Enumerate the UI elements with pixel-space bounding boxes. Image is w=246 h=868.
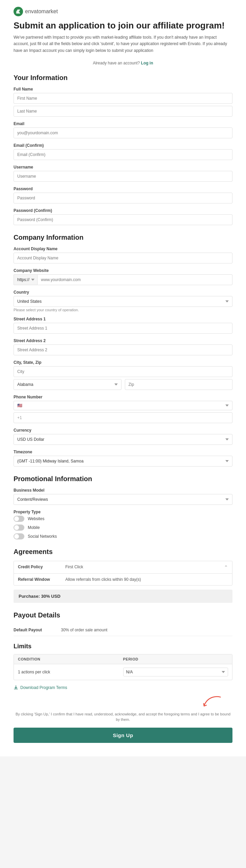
- company-website-group: Company Website https:// http://: [14, 268, 232, 285]
- timezone-select[interactable]: (GMT -11:00) Midway Island, Samoa (GMT -…: [14, 456, 232, 467]
- limits-table: CONDITION PERIOD 1 actions per click N/A…: [14, 654, 232, 680]
- websites-toggle[interactable]: [14, 516, 24, 522]
- agreements-title: Agreements: [14, 548, 232, 556]
- city-state-zip-label: City, State, Zip: [14, 360, 232, 365]
- country-label: Country: [14, 290, 232, 295]
- property-type-toggles: Websites Mobile Social Networks: [14, 516, 232, 539]
- phone-country-select[interactable]: 🇺🇸 🇬🇧 🇦🇺: [14, 401, 232, 410]
- email-input[interactable]: [14, 127, 232, 138]
- street1-input[interactable]: [14, 323, 232, 334]
- company-website-input[interactable]: [37, 274, 232, 285]
- street2-label: Street Address 2: [14, 338, 232, 343]
- first-name-input[interactable]: [14, 93, 232, 104]
- mobile-toggle[interactable]: [14, 525, 24, 531]
- url-prefix-group: https:// http://: [14, 274, 232, 285]
- page-title: Submit an application to join our affili…: [14, 20, 232, 31]
- country-hint: Please select your country of operation.: [14, 308, 232, 312]
- payout-row-default: Default Payout 30% of order sale amount: [14, 624, 232, 636]
- mobile-label: Mobile: [28, 525, 40, 530]
- payout-details-title: Payout Details: [14, 611, 232, 619]
- email-confirm-input[interactable]: [14, 149, 232, 160]
- state-zip-row: Alabama Alaska Arizona California Colora…: [14, 379, 232, 390]
- period-select[interactable]: N/A Per Day Per Week Per Month: [123, 668, 228, 676]
- toggle-item-social-networks: Social Networks: [14, 533, 232, 539]
- default-payout-value: 30% of order sale amount: [61, 628, 232, 632]
- email-confirm-group: Email (Confirm): [14, 143, 232, 160]
- arrow-pointing-down: [200, 691, 224, 713]
- social-networks-label: Social Networks: [28, 534, 57, 539]
- business-model-select[interactable]: Content/Reviews Coupon/Deal Email Market…: [14, 494, 232, 505]
- timezone-group: Timezone (GMT -11:00) Midway Island, Sam…: [14, 450, 232, 467]
- country-group: Country United States United Kingdom Aus…: [14, 290, 232, 312]
- phone-code-input[interactable]: [14, 412, 232, 423]
- currency-label: Currency: [14, 428, 232, 433]
- account-display-name-label: Account Display Name: [14, 246, 232, 251]
- phone-flag-group: 🇺🇸 🇬🇧 🇦🇺: [14, 401, 232, 423]
- street2-input[interactable]: [14, 344, 232, 355]
- street1-label: Street Address 1: [14, 317, 232, 321]
- download-terms-label: Download Program Terms: [20, 685, 67, 690]
- email-label: Email: [14, 121, 232, 126]
- account-display-name-group: Account Display Name: [14, 246, 232, 263]
- last-name-input[interactable]: [14, 106, 232, 117]
- zip-input[interactable]: [125, 379, 233, 390]
- promotional-information-title: Promotional Information: [14, 475, 232, 483]
- url-prefix-select[interactable]: https:// http://: [14, 274, 37, 285]
- country-select[interactable]: United States United Kingdom Australia C…: [14, 296, 232, 307]
- property-type-group: Property Type Websites Mobile Social Net…: [14, 510, 232, 539]
- limits-header: CONDITION PERIOD: [14, 654, 232, 664]
- credit-policy-key: Credit Policy: [18, 565, 65, 569]
- default-payout-key: Default Payout: [14, 628, 61, 632]
- username-input[interactable]: [14, 171, 232, 182]
- terms-text: By clicking 'Sign Up,' I confirm that I …: [14, 711, 232, 723]
- period-value: N/A Per Day Per Week Per Month: [123, 668, 228, 676]
- password-confirm-group: Password (Confirm): [14, 208, 232, 225]
- download-terms[interactable]: Download Program Terms: [14, 685, 232, 690]
- condition-value: 1 actions per click: [18, 670, 123, 674]
- password-confirm-input[interactable]: [14, 214, 232, 225]
- toggle-item-mobile: Mobile: [14, 525, 232, 531]
- city-state-zip-group: City, State, Zip Alabama Alaska Arizona …: [14, 360, 232, 390]
- password-confirm-label: Password (Confirm): [14, 208, 232, 213]
- purchase-banner: Purchase: 30% USD: [14, 590, 232, 603]
- city-input[interactable]: [14, 366, 232, 377]
- username-group: Username: [14, 165, 232, 182]
- envato-icon: [14, 7, 23, 16]
- login-prompt: Already have an account? Log in: [14, 61, 232, 65]
- phone-group: Phone Number 🇺🇸 🇬🇧 🇦🇺: [14, 395, 232, 423]
- limits-row: 1 actions per click N/A Per Day Per Week…: [14, 664, 232, 680]
- username-label: Username: [14, 165, 232, 170]
- business-model-label: Business Model: [14, 488, 232, 493]
- referral-window-key: Referral Window: [18, 577, 65, 582]
- email-group: Email: [14, 121, 232, 138]
- arrow-indicator: [14, 693, 222, 711]
- business-model-group: Business Model Content/Reviews Coupon/De…: [14, 488, 232, 505]
- limits-section: Limits CONDITION PERIOD 1 actions per cl…: [14, 643, 232, 680]
- currency-group: Currency USD US Dollar EUR Euro GBP Brit…: [14, 428, 232, 445]
- currency-select[interactable]: USD US Dollar EUR Euro GBP British Pound: [14, 434, 232, 445]
- envato-logo-text: envatomarket: [25, 8, 58, 15]
- company-website-label: Company Website: [14, 268, 232, 273]
- credit-policy-arrow[interactable]: ⌃: [224, 565, 228, 570]
- signup-button[interactable]: Sign Up: [14, 728, 232, 743]
- state-select[interactable]: Alabama Alaska Arizona California Colora…: [14, 379, 121, 390]
- websites-label: Websites: [28, 516, 44, 521]
- street1-group: Street Address 1: [14, 317, 232, 334]
- social-networks-toggle[interactable]: [14, 533, 24, 539]
- referral-window-value: Allow referrals from clicks within 90 da…: [65, 577, 228, 582]
- login-link[interactable]: Log in: [141, 61, 153, 65]
- page-subtitle: We've partnered with Impact to provide y…: [14, 34, 232, 54]
- account-display-name-input[interactable]: [14, 253, 232, 263]
- toggle-item-websites: Websites: [14, 516, 232, 522]
- full-name-group: Full Name: [14, 87, 232, 117]
- timezone-label: Timezone: [14, 450, 232, 454]
- your-information-title: Your Information: [14, 74, 232, 82]
- payout-section: Default Payout 30% of order sale amount: [14, 624, 232, 636]
- agreements-row-credit-policy: Credit Policy First Click ⌃: [14, 561, 232, 574]
- agreements-row-referral-window: Referral Window Allow referrals from cli…: [14, 574, 232, 585]
- password-input[interactable]: [14, 193, 232, 203]
- limits-title: Limits: [14, 643, 232, 650]
- condition-header: CONDITION: [18, 657, 123, 661]
- email-confirm-label: Email (Confirm): [14, 143, 232, 148]
- envato-logo-area: envatomarket: [14, 7, 232, 16]
